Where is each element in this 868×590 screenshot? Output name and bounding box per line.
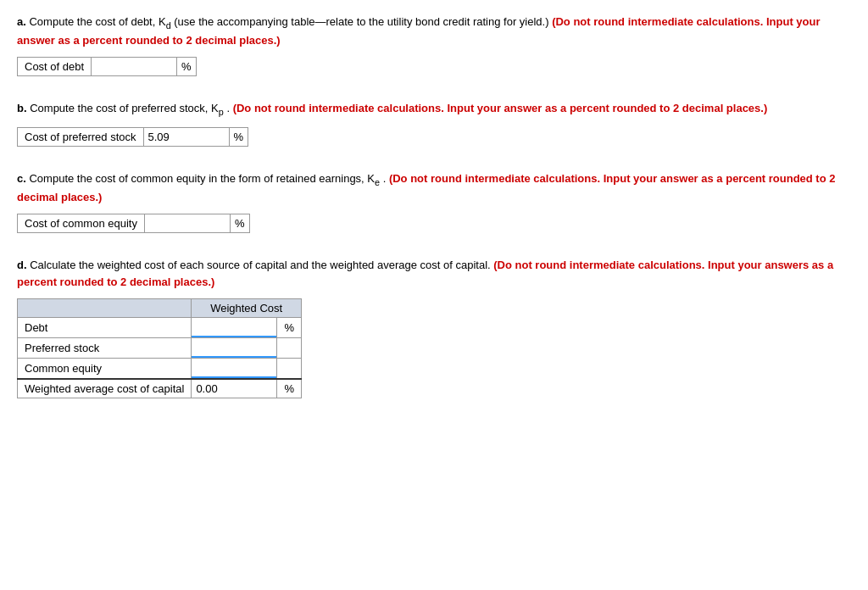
table-row-debt: Debt %	[18, 318, 302, 338]
part-c-block: c. Compute the cost of common equity in …	[17, 170, 851, 233]
part-c-text-after: .	[383, 172, 389, 185]
part-c-input-row: Cost of common equity %	[17, 214, 250, 233]
wacc-input[interactable]	[192, 380, 276, 398]
table-row-preferred: Preferred stock	[18, 338, 302, 359]
part-b-input-row: Cost of preferred stock %	[17, 127, 248, 147]
part-a-unit: %	[176, 58, 196, 75]
preferred-unit	[277, 338, 302, 359]
debt-unit: %	[277, 318, 302, 338]
table-row-common: Common equity	[18, 359, 302, 380]
common-input[interactable]	[192, 359, 276, 378]
debt-label: Debt	[18, 318, 192, 338]
part-b-block: b. Compute the cost of preferred stock, …	[17, 100, 851, 147]
common-label: Common equity	[18, 359, 192, 380]
part-b-question: b. Compute the cost of preferred stock, …	[17, 100, 851, 119]
wacc-unit: %	[277, 379, 302, 398]
part-b-input[interactable]	[144, 128, 229, 146]
wacc-input-cell	[192, 379, 277, 398]
part-b-input-label: Cost of preferred stock	[18, 128, 144, 146]
part-d-label: d.	[17, 259, 27, 271]
part-b-text-after: .	[226, 102, 232, 114]
part-d-text-before: Calculate the weighted cost of each sour…	[30, 259, 493, 271]
part-b-unit: %	[229, 128, 248, 146]
part-a-input[interactable]	[92, 58, 176, 75]
preferred-input[interactable]	[192, 338, 276, 358]
weighted-cost-table: Weighted Cost Debt % Preferred stock	[17, 298, 302, 398]
part-c-subscript: e	[375, 177, 380, 187]
preferred-label: Preferred stock	[18, 338, 192, 359]
debt-input[interactable]	[192, 318, 276, 337]
preferred-input-cell	[192, 338, 277, 359]
part-a-question: a. Compute the cost of debt, Kd (use the…	[17, 14, 851, 48]
part-c-text-before: Compute the cost of common equity in the…	[29, 172, 375, 185]
part-a-subscript: d	[166, 20, 171, 31]
part-a-input-row: Cost of debt %	[17, 57, 197, 76]
table-col-label-header	[18, 299, 192, 318]
part-c-unit: %	[230, 214, 249, 232]
part-a-text-before: Compute the cost of debt, K	[29, 15, 165, 28]
part-c-label: c.	[17, 172, 26, 185]
common-unit	[277, 359, 302, 380]
part-d-block: d. Calculate the weighted cost of each s…	[17, 257, 851, 398]
weighted-cost-header: Weighted Cost	[192, 299, 302, 318]
part-c-question: c. Compute the cost of common equity in …	[17, 170, 851, 205]
part-b-label: b.	[17, 102, 27, 114]
wacc-label: Weighted average cost of capital	[18, 379, 192, 398]
part-a-block: a. Compute the cost of debt, Kd (use the…	[17, 14, 851, 76]
part-b-bold-red: (Do not round intermediate calculations.…	[233, 102, 768, 114]
debt-input-cell	[192, 318, 277, 338]
table-row-wacc: Weighted average cost of capital %	[18, 379, 302, 398]
part-a-input-label: Cost of debt	[18, 58, 92, 75]
part-a-text-after: (use the accompanying table—relate to th…	[174, 15, 552, 28]
part-a-label: a.	[17, 15, 26, 28]
part-c-input[interactable]	[145, 214, 230, 232]
part-c-input-label: Cost of common equity	[18, 214, 145, 232]
part-b-subscript: p	[219, 107, 224, 117]
part-d-question: d. Calculate the weighted cost of each s…	[17, 257, 851, 290]
common-input-cell	[192, 359, 277, 380]
part-b-text-before: Compute the cost of preferred stock, K	[30, 102, 219, 114]
